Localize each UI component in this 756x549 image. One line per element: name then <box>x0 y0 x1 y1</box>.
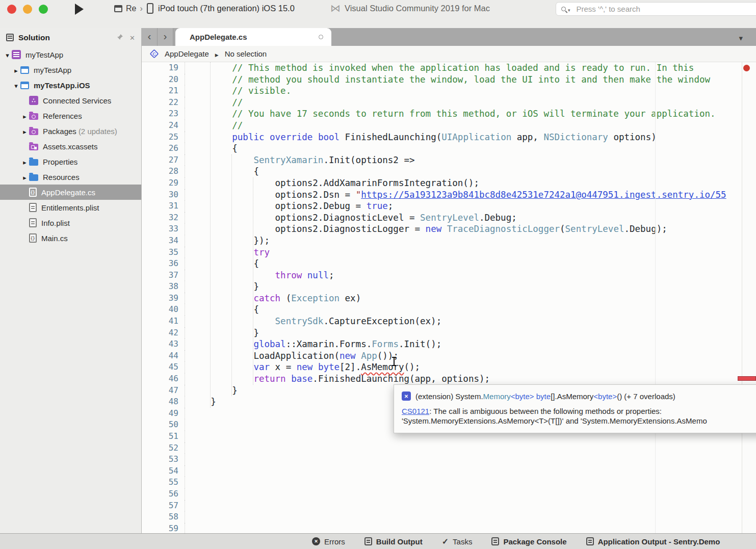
code-line-45[interactable]: 45 var x = new byte[2].AsMemory(); <box>142 361 756 373</box>
expander-right-icon[interactable] <box>20 173 29 181</box>
error-marker-bar-icon[interactable] <box>738 376 756 381</box>
code-line-33[interactable]: 33 options2.DiagnosticLogger = new Trace… <box>142 223 756 235</box>
line-number[interactable]: 50 <box>142 419 185 431</box>
sidebar-item-connected-services[interactable]: Connected Services <box>0 93 141 108</box>
line-number[interactable]: 41 <box>142 316 185 327</box>
configuration-selector[interactable]: Re <box>114 4 143 13</box>
pad-tab-tasks[interactable]: Tasks <box>442 537 473 546</box>
code-line-39[interactable]: 39 catch (Exception ex) <box>142 293 756 304</box>
navigate-forward-button[interactable] <box>158 28 173 46</box>
line-number[interactable]: 57 <box>142 500 185 512</box>
line-number[interactable]: 33 <box>142 223 185 235</box>
line-number[interactable]: 44 <box>142 350 185 362</box>
line-number[interactable]: 40 <box>142 304 185 316</box>
code-line-37[interactable]: 37 throw null; <box>142 270 756 281</box>
navigate-back-button[interactable] <box>142 28 158 46</box>
code-line-53[interactable]: 53 <box>142 454 756 465</box>
pad-tab-errors[interactable]: Errors <box>312 537 345 546</box>
line-number[interactable]: 24 <box>142 120 185 132</box>
expander-down-icon[interactable] <box>12 81 20 90</box>
sidebar-item-resources[interactable]: Resources <box>0 169 141 185</box>
line-number[interactable]: 52 <box>142 442 185 454</box>
line-number[interactable]: 28 <box>142 166 185 177</box>
code-line-52[interactable]: 52 <box>142 442 756 454</box>
line-number[interactable]: 56 <box>142 488 185 500</box>
code-line-38[interactable]: 38 } <box>142 281 756 293</box>
sidebar-item-mytestapp[interactable]: myTestApp <box>0 62 141 77</box>
line-number[interactable]: 38 <box>142 281 185 293</box>
code-line-59[interactable]: 59 <box>142 523 756 533</box>
line-number[interactable]: 45 <box>142 361 185 373</box>
minimize-window-button[interactable] <box>23 5 32 14</box>
code-line-57[interactable]: 57 <box>142 500 756 512</box>
code-line-46[interactable]: 46 return base.FinishedLaunching(app, op… <box>142 373 756 385</box>
expander-right-icon[interactable] <box>20 127 29 136</box>
expander-down-icon[interactable] <box>3 50 12 59</box>
sidebar-item-references[interactable]: References <box>0 108 141 123</box>
code-line-54[interactable]: 54 <box>142 465 756 477</box>
sidebar-item-mytestapp-ios[interactable]: myTestApp.iOS <box>0 77 141 93</box>
sidebar-item-properties[interactable]: Properties <box>0 154 141 169</box>
line-number[interactable]: 46 <box>142 373 185 385</box>
code-line-21[interactable]: 21 // visible. <box>142 85 756 97</box>
code-line-41[interactable]: 41 SentrySdk.CaptureException(ex); <box>142 316 756 327</box>
code-line-42[interactable]: 42 } <box>142 327 756 339</box>
line-number[interactable]: 26 <box>142 143 185 154</box>
search-input[interactable]: Press '^,' to search <box>556 2 756 16</box>
line-number[interactable]: 31 <box>142 200 185 212</box>
line-number[interactable]: 27 <box>142 154 185 166</box>
breadcrumb-class[interactable]: AppDelegate <box>165 49 209 58</box>
line-number[interactable]: 54 <box>142 465 185 477</box>
line-number[interactable]: 39 <box>142 293 185 304</box>
error-marker-dot-icon[interactable] <box>743 65 750 71</box>
sidebar-item-entitlements-plist[interactable]: Entitlements.plist <box>0 200 141 215</box>
code-line-23[interactable]: 23 // You have 17 seconds to return from… <box>142 108 756 120</box>
code-line-22[interactable]: 22 // <box>142 97 756 109</box>
line-number[interactable]: 53 <box>142 454 185 465</box>
line-number[interactable]: 19 <box>142 62 185 74</box>
line-number[interactable]: 23 <box>142 108 185 120</box>
pin-icon[interactable] <box>117 33 123 42</box>
code-line-29[interactable]: 29 options2.AddXamarinFormsIntegration()… <box>142 177 756 189</box>
code-line-24[interactable]: 24 // <box>142 120 756 132</box>
line-number[interactable]: 29 <box>142 177 185 189</box>
pad-tab-application-output-sentry-demo[interactable]: Application Output - Sentry.Demo <box>586 537 720 546</box>
line-number[interactable]: 36 <box>142 258 185 270</box>
tab-appdelegate-cs[interactable]: AppDelegate.cs <box>175 28 331 46</box>
code-line-43[interactable]: 43 global::Xamarin.Forms.Forms.Init(); <box>142 338 756 350</box>
scrollbar-overview-ruler[interactable] <box>742 62 756 533</box>
sidebar-item-main-cs[interactable]: Main.cs <box>0 230 141 246</box>
code-line-36[interactable]: 36 { <box>142 258 756 270</box>
line-number[interactable]: 48 <box>142 396 185 408</box>
line-number[interactable]: 55 <box>142 477 185 488</box>
line-number[interactable]: 51 <box>142 431 185 442</box>
line-number[interactable]: 34 <box>142 235 185 247</box>
pad-tab-package-console[interactable]: Package Console <box>491 537 566 546</box>
code-line-34[interactable]: 34 }); <box>142 235 756 247</box>
run-button[interactable] <box>75 4 84 15</box>
line-number[interactable]: 22 <box>142 97 185 109</box>
expander-right-icon[interactable] <box>20 112 29 120</box>
zoom-window-button[interactable] <box>39 5 48 14</box>
close-window-button[interactable] <box>7 5 16 14</box>
code-line-56[interactable]: 56 <box>142 488 756 500</box>
code-line-55[interactable]: 55 <box>142 477 756 488</box>
code-line-31[interactable]: 31 options2.Debug = true; <box>142 200 756 212</box>
device-selector[interactable]: iPod touch (7th generation) iOS 15.0 <box>147 3 295 14</box>
sidebar-item-appdelegate-cs[interactable]: AppDelegate.cs <box>0 185 141 200</box>
line-number[interactable]: 30 <box>142 189 185 201</box>
code-line-25[interactable]: 25 public override bool FinishedLaunchin… <box>142 132 756 143</box>
pad-tab-build-output[interactable]: Build Output <box>364 537 423 546</box>
sidebar-item-info-plist[interactable]: Info.plist <box>0 215 141 230</box>
line-number[interactable]: 47 <box>142 385 185 397</box>
line-number[interactable]: 59 <box>142 523 185 533</box>
line-number[interactable]: 42 <box>142 327 185 339</box>
line-number[interactable]: 37 <box>142 270 185 281</box>
line-number[interactable]: 25 <box>142 132 185 143</box>
code-line-35[interactable]: 35 try <box>142 247 756 258</box>
sidebar-item-packages[interactable]: Packages (2 updates) <box>0 123 141 139</box>
line-number[interactable]: 20 <box>142 74 185 86</box>
code-line-32[interactable]: 32 options2.DiagnosticLevel = SentryLeve… <box>142 212 756 224</box>
expander-right-icon[interactable] <box>20 158 29 166</box>
close-panel-icon[interactable] <box>129 33 135 42</box>
